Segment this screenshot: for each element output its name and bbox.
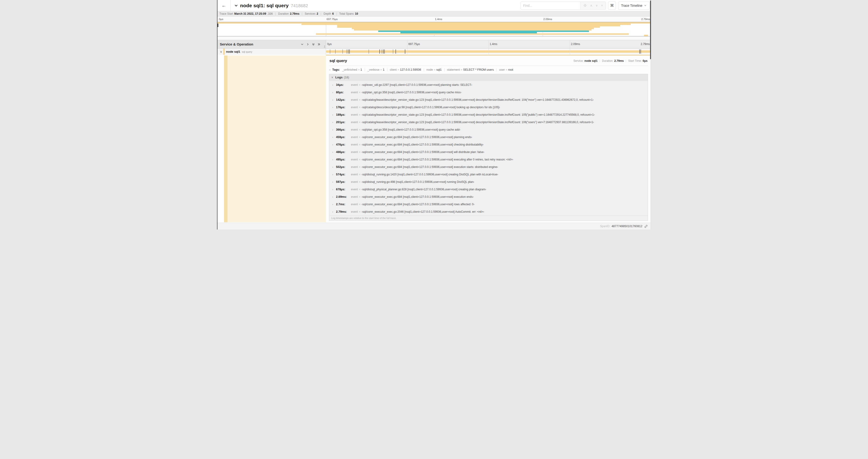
log-entry-row[interactable]: ›176μs:event=‹sql/catalog/descs/descript…: [329, 104, 648, 111]
deep-link-icon[interactable]: [644, 225, 648, 228]
span-bar-cell[interactable]: [326, 48, 651, 55]
log-entry-row[interactable]: ›142μs:event=‹sql/catalog/lease/descript…: [329, 96, 648, 104]
log-field-key: event: [351, 143, 358, 146]
span-detail-row: sql query Service:node sql1Duration:2.79…: [217, 56, 651, 222]
log-quote-close: ›: [594, 113, 594, 117]
log-quote-close: ›: [473, 180, 474, 184]
back-button[interactable]: ←: [217, 0, 230, 11]
log-equals: =: [359, 98, 360, 101]
log-entry-row[interactable]: ›34μs:event=‹sql/exec_util.go:2297 [nsql…: [329, 81, 648, 89]
log-entry-row[interactable]: ›476μs:event=‹sql/conn_executor_exec.go:…: [329, 141, 648, 148]
span-row-name-cell[interactable]: ∨ node sql1 sql query: [217, 48, 326, 55]
trace-title: node sql1: sql query: [240, 3, 289, 8]
find-group: ∧ ∨ ×: [521, 2, 606, 9]
log-equals: =: [359, 106, 360, 109]
log-entry-row[interactable]: ›366μs:event=‹sql/plan_opt.go:358 [nsql1…: [329, 126, 648, 133]
span-id-value: 4877749850101760812: [612, 225, 642, 228]
ruler-gridline: [489, 40, 489, 48]
log-message-text: sql/conn_executor_exec.go:2046 [nsql1,cl…: [363, 210, 483, 214]
logs-footnote: Log timestamps are relative to the start…: [329, 216, 648, 221]
minimap-time-labels: 0μs697.75μs1.4ms2.09ms2.79ms: [217, 17, 651, 22]
find-addon: ∧ ∨ ×: [580, 2, 606, 9]
tag-divider: [496, 68, 497, 71]
log-entry-row[interactable]: ›486μs:event=‹sql/conn_executor_exec.go:…: [329, 148, 648, 156]
log-event-tick: [383, 50, 383, 54]
page-header: ← node sql1: sql query 7418682 ∧: [217, 0, 651, 11]
log-field-value: ‹sql/conn_executor_exec.go:2046 [nsql1,c…: [362, 210, 484, 214]
log-entry-row[interactable]: ›574μs:event=‹sql/distsql_running.go:142…: [329, 171, 648, 178]
tag-item: statement=SELECT * FROM users: [447, 68, 494, 71]
view-type-dropdown[interactable]: Trace Timeline: [618, 2, 650, 9]
log-field-key: event: [351, 203, 358, 206]
span-operation-name: sql query: [242, 51, 252, 53]
log-quote-close: ›: [497, 173, 498, 176]
log-event-tick: [348, 50, 348, 54]
trace-info-bar: Trace StartMarch 31 2022, 17:25:09.326Du…: [217, 11, 651, 17]
tree-controls: [301, 43, 320, 46]
log-entry-row[interactable]: ›495μs:event=‹sql/conn_executor_exec.go:…: [329, 156, 648, 163]
collapse-trace-header-icon[interactable]: [234, 4, 238, 7]
log-timestamp: 2.69ms:: [336, 195, 349, 198]
log-expander-icon: ›: [332, 143, 336, 146]
tag-value: 1: [383, 68, 384, 71]
scrollbar-thumb[interactable]: [650, 0, 651, 59]
expand-one-icon[interactable]: [306, 43, 309, 46]
log-equals: =: [359, 151, 360, 154]
info-divider: [275, 12, 276, 15]
log-field-value: ‹sql/plan_opt.go:358 [nsql1,client=127.0…: [362, 128, 460, 131]
collapse-all-icon[interactable]: [312, 43, 315, 46]
clear-search-icon[interactable]: ×: [601, 4, 603, 7]
next-result-icon[interactable]: ∨: [596, 4, 598, 7]
log-timestamp: 142μs:: [336, 98, 349, 101]
log-entry-row[interactable]: ›597μs:event=‹sql/distsql_running.go:498…: [329, 178, 648, 186]
log-timestamp: 495μs:: [336, 158, 349, 161]
meta-value: node sql1: [585, 59, 597, 63]
log-entry-row[interactable]: ›2.7ms:event=‹sql/conn_executor_exec.go:…: [329, 201, 648, 208]
log-timestamp: 476μs:: [336, 143, 349, 146]
expand-all-icon[interactable]: [317, 43, 320, 46]
tags-accordion[interactable]: › Tags: _unfinished=1_verbose=1client=12…: [329, 66, 648, 73]
focus-match-icon[interactable]: [583, 4, 587, 7]
span-detail-meta: Service:node sql1Duration:2.79msStart Ti…: [574, 59, 648, 63]
tag-equals: =: [380, 68, 382, 71]
log-field-value: ‹sql/exec_util.go:2297 [nsql1,client=127…: [362, 83, 472, 87]
log-field-key: event: [351, 106, 358, 109]
collapse-one-icon[interactable]: [301, 43, 304, 46]
log-message-text: sql/catalog/lease/descriptor_version_sta…: [363, 113, 594, 117]
logs-list: ›34μs:event=‹sql/exec_util.go:2297 [nsql…: [329, 80, 648, 216]
log-entry-row[interactable]: ›80μs:event=‹sql/plan_opt.go:358 [nsql1,…: [329, 89, 648, 96]
log-message-text: sql/conn_executor_exec.go:684 [nsql1,cli…: [363, 165, 497, 169]
log-equals: =: [359, 203, 360, 206]
column-splitter-handle[interactable]: ∥: [324, 45, 325, 48]
minimap-graph[interactable]: [217, 22, 651, 36]
log-entry-row[interactable]: ›2.69ms:event=‹sql/conn_executor_exec.go…: [329, 193, 648, 201]
log-entry-row[interactable]: ›678μs:event=‹sql/distsql_physical_plann…: [329, 186, 648, 193]
span-collapse-icon[interactable]: ∨: [220, 50, 222, 54]
log-event-tick: [349, 50, 350, 54]
log-field-key: event: [351, 165, 358, 169]
log-entry-row[interactable]: ›201μs:event=‹sql/catalog/lease/descript…: [329, 119, 648, 126]
logs-header[interactable]: ∨ Logs (18): [329, 74, 648, 80]
log-entry-row[interactable]: ›502μs:event=‹sql/conn_executor_exec.go:…: [329, 163, 648, 171]
log-field-value: ‹sql/catalog/lease/descriptor_version_st…: [362, 121, 594, 124]
tag-value: 127.0.0.1:59936: [400, 68, 421, 71]
tag-item: client=127.0.0.1:59936: [390, 68, 421, 71]
find-input[interactable]: [521, 2, 580, 9]
log-message-text: sql/plan_opt.go:358 [nsql1,client=127.0.…: [363, 91, 461, 94]
ruler-tick-label: 697.75μs: [408, 42, 420, 46]
log-entry-row[interactable]: ›459μs:event=‹sql/conn_executor_exec.go:…: [329, 133, 648, 141]
log-entry-row[interactable]: ›2.79ms:event=‹sql/conn_executor_exec.go…: [329, 208, 648, 216]
keyboard-shortcuts-button[interactable]: ⌘: [608, 2, 616, 9]
service-operation-title: Service & Operation: [220, 42, 301, 46]
log-field-key: event: [351, 121, 358, 124]
info-divider: [302, 12, 302, 15]
log-entry-row[interactable]: ›189μs:event=‹sql/catalog/lease/descript…: [329, 111, 648, 119]
log-equals: =: [359, 84, 360, 86]
log-equals: =: [359, 173, 360, 176]
info-divider: [321, 12, 321, 15]
log-expander-icon: ›: [332, 91, 336, 94]
prev-result-icon[interactable]: ∧: [590, 4, 592, 7]
span-id-footer: SpanID: 4877749850101760812: [217, 223, 651, 230]
log-expander-icon: ›: [332, 98, 336, 101]
log-timestamp: 486μs:: [336, 151, 349, 154]
